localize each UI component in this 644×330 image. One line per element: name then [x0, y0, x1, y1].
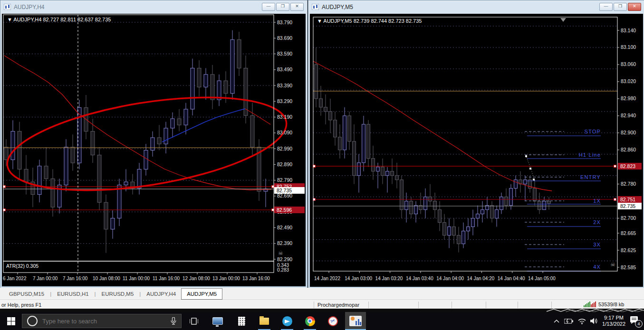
status-bar: or Help, press F1 Prochargedmopar 53539/… — [0, 300, 644, 309]
price-tag: 82.735 — [620, 203, 635, 209]
microphone-icon[interactable] — [171, 317, 176, 325]
task-view-button[interactable] — [183, 312, 204, 330]
price-axis-label: 83.140 — [621, 28, 636, 33]
clock-date: 1/13/2022 — [602, 321, 625, 327]
chart-window-audjpy-h4[interactable]: AUDJPY,H4 — ❐ ✕ 83.79083.69083.59083.490… — [0, 0, 308, 288]
trendline-node — [525, 155, 527, 157]
taskbar-app-metatrader[interactable] — [345, 312, 366, 330]
chart-area-m5: STOPH1 LineENTRY1X2X3X4X83.14083.10083.0… — [310, 14, 643, 287]
taskbar-app-pc-settings[interactable] — [207, 312, 228, 330]
chart-tab-audjpy-m5[interactable]: AUDJPY,M5 — [181, 288, 222, 300]
price-axis-label: 83.590 — [277, 51, 292, 57]
notification-badge: 4 — [635, 320, 643, 328]
chart-window-audjpy-m5[interactable]: AUDJPY,M5 — ❐ ✕ STOPH1 LineENTRY1X2X3X4X… — [308, 0, 644, 289]
computer-icon — [212, 317, 223, 325]
minimize-icon[interactable]: — — [599, 3, 613, 11]
price-axis-label: 82.390 — [277, 240, 292, 246]
action-center-button[interactable]: 4 — [630, 316, 640, 326]
price-axis-label: 83.790 — [277, 19, 292, 25]
tray-chevron-icon[interactable] — [553, 319, 560, 323]
window-titlebar[interactable]: AUDJPY,M5 — ❐ ✕ — [308, 0, 644, 13]
price-axis-label: 82.625 — [621, 247, 636, 253]
time-axis-label: 11 Jan 16:00 — [153, 276, 180, 281]
windows-logo-icon — [7, 317, 15, 325]
scissors-app-icon: ✂ — [327, 315, 339, 328]
price-axis-label: 83.690 — [277, 35, 292, 41]
taskbar-clock[interactable]: 9:17 PM 1/13/2022 — [602, 315, 625, 327]
connection-bars-icon — [584, 302, 596, 307]
time-axis-label: 14 Jan 2022 — [314, 276, 340, 281]
chart-tab-eurusd-m5[interactable]: EURUSD,M5 — [96, 289, 139, 299]
price-axis-label: 82.860 — [621, 147, 636, 152]
price-axis-label: 83.100 — [621, 44, 636, 50]
price-tag: 82.751 — [620, 197, 635, 202]
search-input[interactable] — [41, 317, 171, 325]
price-axis-label: 83.020 — [621, 78, 636, 84]
level-label-3x: 3X — [593, 242, 601, 247]
traffic-counter: 53539/8 kb — [598, 302, 624, 307]
time-axis-label: 10 Jan 08:00 — [93, 276, 120, 281]
chrome-icon — [305, 316, 315, 326]
time-axis-label: 13 Jan 00:00 — [212, 276, 240, 281]
arrow-marker-icon — [560, 18, 566, 22]
taskbar-search[interactable] — [22, 314, 182, 328]
metatrader-icon — [349, 316, 362, 326]
time-axis-label: 14 Jan 03:20 — [375, 276, 403, 281]
wifi-icon[interactable] — [578, 318, 586, 324]
taskbar: ✂ 9:17 PM 1/13/2022 — [0, 312, 644, 330]
chart-tab-audjpy-h4[interactable]: AUDJPY,H4 — [141, 289, 181, 299]
taskbar-app-telegram[interactable] — [277, 312, 298, 330]
price-axis-label: 83.060 — [621, 61, 636, 67]
skull-icon: ☠ — [278, 250, 283, 256]
window-title: AUDJPY,M5 — [322, 4, 353, 10]
time-axis-label: 7 Jan 16:00 — [63, 276, 88, 281]
price-axis-label: 82.890 — [277, 161, 292, 167]
price-axis-label: 82.990 — [277, 146, 292, 151]
time-axis-label: 14 Jan 04:20 — [467, 276, 495, 281]
window-title: AUDJPY,H4 — [14, 4, 44, 10]
time-axis-label: 14 Jan 03:00 — [345, 276, 372, 281]
time-axis-label: 14 Jan 04:40 — [498, 276, 525, 281]
price-axis-label: 82.900 — [621, 130, 636, 135]
battery-icon[interactable] — [564, 318, 574, 324]
desktop: { "icons": {"minimize":"—","restore":"❐"… — [0, 0, 644, 330]
price-axis-label: 83.390 — [277, 83, 292, 88]
skull-icon: ☠ — [610, 261, 615, 268]
cortana-icon[interactable] — [27, 316, 38, 326]
h4-chart-canvas[interactable]: 83.79083.69083.59083.49083.39083.29083.1… — [2, 14, 306, 286]
status-account-name: Prochargedmopar — [317, 302, 359, 308]
chart-legend: ▼ AUDJPY,H4 82.727 82.811 82.637 82.735 — [7, 17, 111, 22]
price-axis-label: 82.665 — [621, 230, 636, 236]
restore-icon[interactable]: ❐ — [614, 3, 627, 11]
chart-area-h4: 83.79083.69083.59083.49083.39083.29083.1… — [2, 14, 306, 286]
chart-window-icon — [4, 4, 11, 10]
price-axis-label: 82.585 — [621, 264, 636, 270]
connection-status: 53539/8 kb — [584, 302, 624, 307]
minimize-icon[interactable]: — — [262, 3, 275, 11]
taskbar-app-file-explorer[interactable] — [254, 312, 275, 330]
wallpaper-pattern — [0, 309, 644, 312]
speaker-icon[interactable] — [590, 318, 598, 324]
task-view-icon — [190, 318, 198, 325]
desktop-strip — [0, 309, 644, 312]
restore-icon[interactable]: ❐ — [276, 3, 289, 11]
price-axis-label: 83.190 — [277, 114, 292, 120]
price-tag: 82.596 — [277, 207, 292, 213]
close-icon[interactable]: ✕ — [628, 3, 641, 11]
chart-window-icon — [312, 4, 319, 10]
close-icon[interactable]: ✕ — [290, 3, 304, 11]
status-help-text: or Help, press F1 — [1, 302, 41, 308]
taskbar-app-chrome[interactable] — [299, 312, 320, 330]
indicator-label: ATR(32) 0.305 — [6, 263, 38, 269]
price-axis-label: 82.700 — [621, 215, 636, 221]
time-axis-label: 6 Jan 2022 — [3, 276, 27, 281]
taskbar-app-calculator[interactable] — [231, 312, 252, 330]
price-axis-label: 82.490 — [277, 225, 292, 230]
clock-time: 9:17 PM — [602, 315, 625, 321]
window-titlebar[interactable]: AUDJPY,H4 — ❐ ✕ — [0, 0, 307, 13]
taskbar-app-snip[interactable]: ✂ — [322, 312, 343, 330]
chart-tab-gbpusd-m15[interactable]: GBPUSD,M15 — [4, 289, 49, 299]
start-button[interactable] — [0, 312, 22, 330]
chart-tab-eurusd-h1[interactable]: EURUSD,H1 — [52, 289, 94, 299]
m5-chart-canvas[interactable]: STOPH1 LineENTRY1X2X3X4X83.14083.10083.0… — [310, 14, 643, 287]
